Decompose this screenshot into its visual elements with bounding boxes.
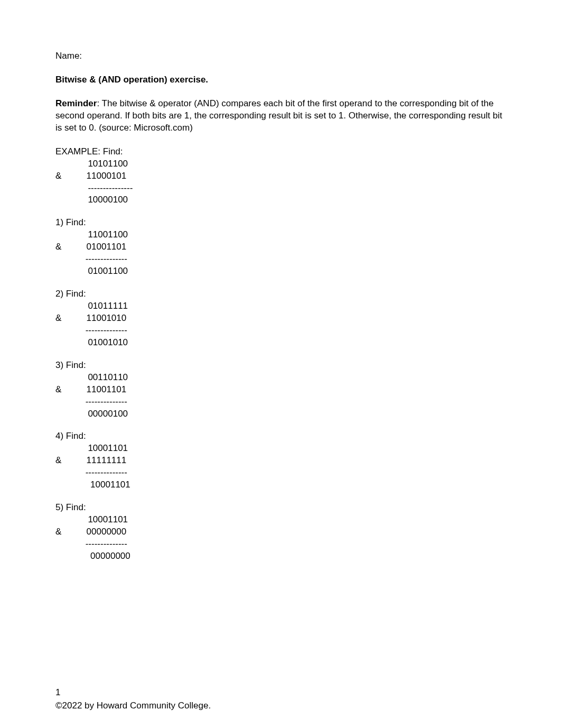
problem-3-operand1: 00110110 <box>55 372 506 384</box>
problem-5-header: 5) Find: <box>55 502 506 514</box>
reminder-paragraph: Reminder: The bitwise & operator (AND) c… <box>55 98 506 134</box>
problem-3-separator: -------------- <box>55 396 506 408</box>
page-footer: 1 ©2022 by Howard Community College. <box>55 687 211 712</box>
problem-2: 2) Find: 01011111 & 11001010 -----------… <box>55 288 506 349</box>
problem-1-result: 01001100 <box>55 265 506 278</box>
problem-1-operand1: 11001100 <box>55 229 506 241</box>
problem-1-header: 1) Find: <box>55 217 506 229</box>
problem-5-operand1: 10001101 <box>55 514 506 526</box>
example-operand1: 10101100 <box>55 158 506 170</box>
problem-4-operand1: 10001101 <box>55 443 506 455</box>
problem-5-operand2: & 00000000 <box>55 526 506 538</box>
problem-1-operand2: & 01001101 <box>55 241 506 253</box>
problem-2-separator: -------------- <box>55 325 506 337</box>
problem-4-header: 4) Find: <box>55 430 506 443</box>
problem-3-header: 3) Find: <box>55 360 506 372</box>
problem-3-result: 00000100 <box>55 408 506 420</box>
problem-3: 3) Find: 00110110 & 11001101 -----------… <box>55 360 506 420</box>
problem-4-result: 10001101 <box>55 479 506 491</box>
example-block: EXAMPLE: Find: 10101100 & 11000101 -----… <box>55 146 506 207</box>
page-number: 1 <box>55 687 211 699</box>
problem-2-operand2: & 11001010 <box>55 312 506 325</box>
problem-5-result: 00000000 <box>55 550 506 563</box>
copyright-text: ©2022 by Howard Community College. <box>55 700 211 712</box>
name-field-label: Name: <box>55 50 506 62</box>
example-separator: --------------- <box>55 182 506 195</box>
problem-2-operand1: 01011111 <box>55 300 506 312</box>
problem-1-separator: -------------- <box>55 253 506 265</box>
problem-3-operand2: & 11001101 <box>55 384 506 396</box>
problem-4: 4) Find: 10001101 & 11111111 -----------… <box>55 430 506 491</box>
example-header: EXAMPLE: Find: <box>55 146 506 158</box>
problem-5: 5) Find: 10001101 & 00000000 -----------… <box>55 502 506 563</box>
problem-4-operand2: & 11111111 <box>55 455 506 467</box>
problem-2-header: 2) Find: <box>55 288 506 300</box>
worksheet-title: Bitwise & (AND operation) exercise. <box>55 74 506 86</box>
example-operand2: & 11000101 <box>55 170 506 182</box>
example-result: 10000100 <box>55 194 506 206</box>
reminder-label: Reminder <box>55 98 97 108</box>
problem-4-separator: -------------- <box>55 467 506 479</box>
reminder-text: : The bitwise & operator (AND) compares … <box>55 98 502 133</box>
problem-5-separator: -------------- <box>55 538 506 550</box>
problem-1: 1) Find: 11001100 & 01001101 -----------… <box>55 217 506 278</box>
problem-2-result: 01001010 <box>55 337 506 349</box>
